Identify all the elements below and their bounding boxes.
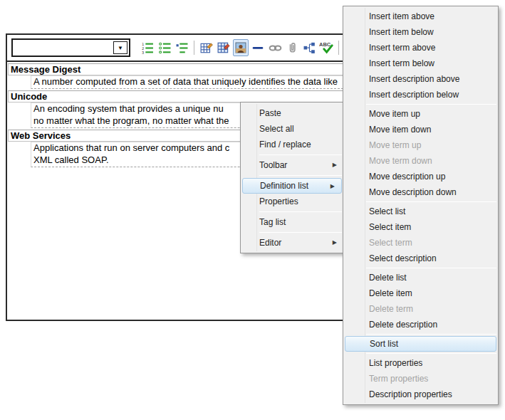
menu-item-label: Insert description above — [369, 74, 459, 84]
context-menu: Paste Select all Find / replace Toolbar … — [240, 102, 344, 253]
menu-item-label: Delete list — [369, 273, 407, 283]
menu-separator — [259, 175, 342, 176]
menu-item-label: Move description up — [369, 172, 445, 182]
menu-item-label: Delete term — [369, 304, 413, 314]
submenu-arrow-icon: ▶ — [333, 157, 337, 173]
menu-item-select-item[interactable]: Select item — [343, 219, 498, 235]
menu-item-label: Insert item below — [369, 27, 434, 37]
menu-item-move-description-up[interactable]: Move description up — [343, 169, 498, 184]
term-text: Web Services — [11, 130, 71, 141]
menu-separator — [366, 201, 496, 202]
menu-item-label: Insert item above — [369, 11, 434, 21]
menu-item-label: Select item — [369, 222, 411, 232]
horizontal-rule-icon — [251, 41, 264, 54]
submenu-arrow-icon: ▶ — [330, 179, 335, 194]
menu-item-insert-term-above[interactable]: Insert term above — [343, 40, 498, 56]
insert-image-icon — [235, 42, 246, 53]
chevron-down-icon[interactable]: ▼ — [113, 41, 127, 54]
menu-item-insert-description-above[interactable]: Insert description above — [343, 71, 498, 87]
spell-check-icon: ABC — [319, 41, 333, 55]
menu-item-select-description[interactable]: Select description — [343, 251, 498, 266]
definition-list-button[interactable] — [174, 39, 189, 56]
attachment-icon — [286, 42, 298, 54]
insert-image-button[interactable] — [233, 39, 249, 56]
menu-item-delete-description[interactable]: Delete description — [343, 317, 498, 332]
spell-check-button[interactable]: ABC — [318, 39, 334, 56]
menu-item-move-term-down: Move term down — [343, 153, 498, 169]
menu-item-move-item-up[interactable]: Move item up — [343, 106, 498, 122]
attachment-button[interactable] — [284, 39, 300, 56]
menu-item-select-all[interactable]: Select all — [241, 121, 343, 137]
menu-separator — [366, 353, 496, 354]
menu-item-label: Insert description below — [369, 90, 459, 100]
menu-item-label: Insert term below — [369, 58, 434, 68]
menu-item-label: Select term — [369, 238, 412, 248]
definition-list-submenu: Insert item above Insert item below Inse… — [343, 6, 499, 405]
toolbar-separator — [194, 41, 194, 55]
numbered-list-button[interactable]: 1 2 3 — [140, 39, 155, 56]
menu-item-label: Move description down — [369, 187, 457, 197]
editor-toolbar: ▼ 1 2 3 — [7, 35, 344, 62]
menu-separator — [366, 268, 496, 268]
menu-item-sort-list[interactable]: Sort list — [345, 336, 496, 352]
definition-term[interactable]: Unicode — [8, 90, 343, 103]
menu-item-label: Insert term above — [369, 43, 435, 53]
insert-link-button[interactable] — [267, 39, 283, 56]
toolbar-separator — [338, 41, 339, 55]
menu-item-label: Move item down — [369, 125, 431, 135]
menu-item-definition-list[interactable]: Definition list ▶ — [242, 178, 342, 194]
definition-description[interactable]: A number computed from a set of data tha… — [31, 75, 343, 89]
menu-item-list-properties[interactable]: List properties — [343, 355, 498, 371]
description-line: A number computed from a set of data tha… — [33, 76, 340, 88]
menu-item-label: Sort list — [370, 339, 398, 349]
menu-item-label: Definition list — [260, 181, 308, 191]
bullet-list-icon — [159, 42, 171, 54]
style-dropdown-input[interactable] — [14, 41, 112, 55]
menu-item-label: Editor — [259, 238, 281, 248]
menu-item-properties[interactable]: Properties — [241, 194, 343, 209]
term-text: Message Digest — [11, 64, 80, 75]
edit-table-icon — [217, 41, 230, 54]
menu-item-tag-list[interactable]: Tag list — [241, 214, 343, 230]
menu-item-insert-item-above[interactable]: Insert item above — [343, 9, 498, 24]
menu-item-delete-list[interactable]: Delete list — [343, 270, 498, 285]
menu-item-select-list[interactable]: Select list — [343, 204, 498, 219]
menu-item-label: Find / replace — [259, 140, 311, 149]
menu-item-find-replace[interactable]: Find / replace — [241, 137, 343, 152]
menu-item-label: Move term down — [369, 156, 432, 166]
menu-item-label: Delete item — [369, 288, 412, 298]
style-dropdown[interactable]: ▼ — [11, 38, 130, 57]
submenu-arrow-icon: ▶ — [333, 235, 337, 251]
menu-item-select-term: Select term — [343, 235, 498, 251]
tag-tree-button[interactable] — [301, 39, 317, 56]
insert-table-button[interactable] — [199, 39, 214, 56]
menu-item-delete-term: Delete term — [343, 301, 498, 317]
menu-item-delete-item[interactable]: Delete item — [343, 285, 498, 301]
menu-item-move-term-up: Move term up — [343, 137, 498, 153]
menu-item-description-properties[interactable]: Description properties — [343, 387, 498, 402]
numbered-list-icon: 1 2 3 — [142, 42, 154, 54]
menu-item-label: Delete description — [369, 320, 437, 330]
menu-separator — [259, 211, 342, 212]
svg-text:3: 3 — [142, 51, 144, 54]
definition-term[interactable]: Message Digest — [8, 63, 343, 75]
menu-item-insert-term-below[interactable]: Insert term below — [343, 56, 498, 71]
svg-text:ABC: ABC — [319, 41, 331, 48]
menu-separator — [366, 334, 496, 335]
menu-separator — [259, 154, 342, 155]
menu-item-toolbar[interactable]: Toolbar ▶ — [241, 157, 343, 173]
menu-item-paste[interactable]: Paste — [241, 105, 343, 121]
menu-item-label: Select list — [369, 206, 405, 216]
horizontal-rule-button[interactable] — [250, 39, 266, 56]
menu-item-editor[interactable]: Editor ▶ — [241, 235, 343, 251]
edit-table-button[interactable] — [216, 39, 231, 56]
menu-item-move-item-down[interactable]: Move item down — [343, 122, 498, 137]
menu-item-insert-item-below[interactable]: Insert item below — [343, 24, 498, 40]
menu-item-move-description-down[interactable]: Move description down — [343, 184, 498, 200]
menu-item-insert-description-below[interactable]: Insert description below — [343, 87, 498, 103]
bullet-list-button[interactable] — [157, 39, 172, 56]
insert-table-icon — [200, 41, 213, 54]
menu-item-label: Paste — [259, 108, 281, 118]
insert-link-icon — [269, 41, 282, 55]
menu-item-label: Move item up — [369, 109, 420, 119]
